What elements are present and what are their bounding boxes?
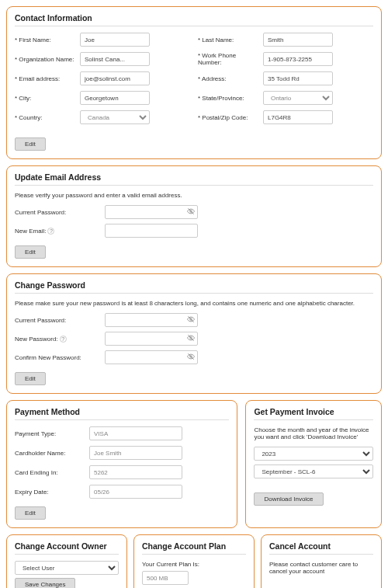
cp-confirm-pw-input[interactable] xyxy=(105,350,198,364)
cp-new-pw-input[interactable] xyxy=(105,332,198,346)
divider xyxy=(15,185,373,186)
cp-new-pw-label: New Password:? xyxy=(15,336,100,343)
eye-slash-icon[interactable] xyxy=(187,353,195,362)
help-icon[interactable]: ? xyxy=(47,228,54,235)
invoice-helper: Choose the month and year of the invoice… xyxy=(254,426,373,440)
state-select[interactable]: Ontario xyxy=(263,91,333,105)
divider xyxy=(15,554,119,555)
ue-new-email-label: New Email:? xyxy=(15,228,100,235)
eye-slash-icon[interactable] xyxy=(187,315,195,325)
change-password-panel: Change Password Please make sure your ne… xyxy=(6,273,382,394)
address-label: * Address: xyxy=(198,75,258,82)
first-name-input[interactable] xyxy=(80,33,150,47)
plan-current-label: Your Current Plan Is: xyxy=(142,561,246,568)
download-invoice-button[interactable]: Download Invoice xyxy=(254,492,323,506)
payment-type-label: Payment Type: xyxy=(15,430,85,437)
email-input[interactable] xyxy=(80,71,150,85)
invoice-year-select[interactable]: 2023 xyxy=(254,447,373,461)
cp-confirm-pw-label: Confirm New Password: xyxy=(15,354,100,361)
owner-save-button[interactable]: Save Changes xyxy=(15,578,75,588)
invoice-month-select[interactable]: September - SCL-6 xyxy=(254,464,373,478)
cancel-account-panel: Cancel Account Please contact customer c… xyxy=(261,534,382,588)
ue-current-pw-input[interactable] xyxy=(105,205,198,219)
owner-select[interactable]: Select User xyxy=(15,561,119,575)
divider xyxy=(15,419,229,420)
eye-slash-icon[interactable] xyxy=(187,207,195,217)
postal-label: * Postal/Zip Code: xyxy=(198,114,258,121)
cardholder-name-label: Cardholder Name: xyxy=(15,450,85,457)
city-input[interactable] xyxy=(80,91,150,105)
change-plan-panel: Change Account Plan Your Current Plan Is… xyxy=(133,534,255,588)
address-input[interactable] xyxy=(263,71,333,85)
help-icon[interactable]: ? xyxy=(60,336,67,343)
work-phone-input[interactable] xyxy=(263,52,333,66)
expiry-label: Expiry Date: xyxy=(15,489,85,496)
contact-info-panel: Contact Information * First Name: * Orga… xyxy=(6,6,382,159)
state-label: * State/Province: xyxy=(198,95,258,102)
update-email-edit-button[interactable]: Edit xyxy=(15,245,46,259)
cardholder-name-value xyxy=(89,446,182,460)
org-name-label: * Organization Name: xyxy=(15,56,75,63)
country-select[interactable]: Canada xyxy=(80,110,150,124)
contact-edit-button[interactable]: Edit xyxy=(15,137,46,151)
card-ending-label: Card Ending In: xyxy=(15,469,85,476)
last-name-label: * Last Name: xyxy=(198,37,258,43)
card-ending-value xyxy=(89,465,182,479)
plan-current-value xyxy=(142,571,189,585)
cp-current-pw-label: Current Password: xyxy=(15,317,100,324)
cancel-heading: Cancel Account xyxy=(269,541,373,551)
change-password-helper: Please make sure your new password is at… xyxy=(15,300,373,307)
divider xyxy=(15,293,373,294)
payment-method-panel: Payment Method Payment Type: Cardholder … xyxy=(6,400,237,528)
expiry-value xyxy=(89,485,182,499)
last-name-input[interactable] xyxy=(263,33,333,47)
cp-current-pw-input[interactable] xyxy=(105,313,198,327)
payment-heading: Payment Method xyxy=(15,407,229,416)
divider xyxy=(254,419,373,420)
cancel-msg: Please contact customer care to cancel y… xyxy=(269,561,373,575)
invoice-heading: Get Payment Invoice xyxy=(254,407,373,416)
ue-current-pw-label: Current Password: xyxy=(15,209,100,216)
city-label: * City: xyxy=(15,95,75,102)
eye-slash-icon[interactable] xyxy=(187,334,195,343)
change-owner-panel: Change Account Owner Select User Save Ch… xyxy=(6,534,127,588)
divider xyxy=(15,26,373,26)
owner-heading: Change Account Owner xyxy=(15,541,119,551)
divider xyxy=(142,554,246,555)
invoice-panel: Get Payment Invoice Choose the month and… xyxy=(245,400,382,528)
divider xyxy=(269,554,373,555)
contact-heading: Contact Information xyxy=(15,13,373,23)
payment-edit-button[interactable]: Edit xyxy=(15,506,46,520)
ue-new-email-input[interactable] xyxy=(105,224,198,238)
update-email-panel: Update Email Address Please verify your … xyxy=(6,165,382,267)
update-email-helper: Please verify your password and enter a … xyxy=(15,192,373,199)
work-phone-label: * Work Phone Number: xyxy=(198,52,258,66)
postal-input[interactable] xyxy=(263,110,333,124)
change-password-edit-button[interactable]: Edit xyxy=(15,372,46,385)
plan-heading: Change Account Plan xyxy=(142,541,246,551)
country-label: * Country: xyxy=(15,114,75,121)
first-name-label: * First Name: xyxy=(15,37,75,43)
change-password-heading: Change Password xyxy=(15,280,373,290)
email-label: * Email address: xyxy=(15,75,75,82)
payment-type-value xyxy=(89,426,182,440)
org-name-input[interactable] xyxy=(80,52,150,66)
update-email-heading: Update Email Address xyxy=(15,172,373,182)
